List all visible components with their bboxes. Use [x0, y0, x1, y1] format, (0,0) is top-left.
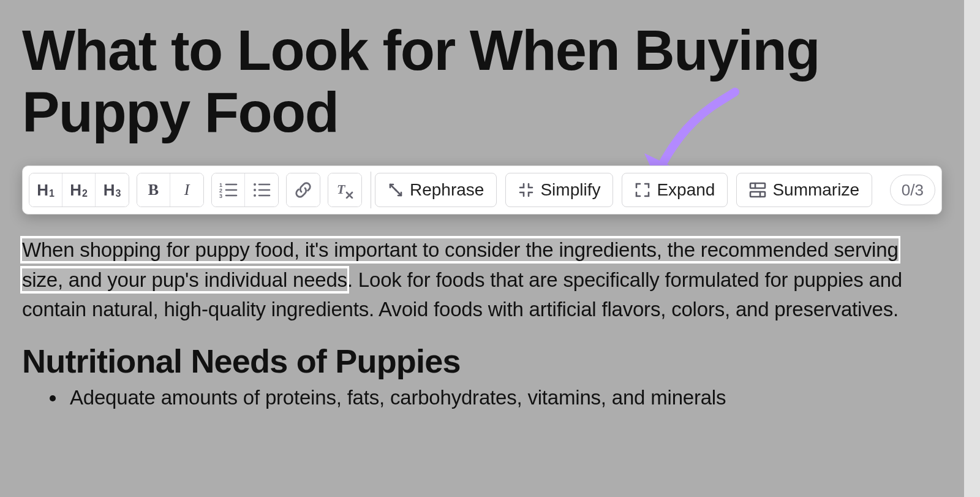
- svg-point-7: [254, 189, 256, 191]
- toolbar-divider: [371, 172, 371, 208]
- style-group: B I: [137, 173, 204, 207]
- italic-button[interactable]: I: [170, 173, 203, 207]
- clear-formatting-button[interactable]: T: [328, 173, 361, 207]
- h3-sub: 3: [115, 188, 121, 199]
- svg-rect-17: [750, 192, 765, 197]
- simplify-button[interactable]: Simplify: [505, 173, 613, 207]
- ordered-list-button[interactable]: 1 2 3: [212, 173, 245, 207]
- h1-sub: 1: [49, 188, 55, 199]
- unordered-list-button[interactable]: [245, 173, 278, 207]
- rephrase-icon: [388, 182, 404, 198]
- simplify-label: Simplify: [540, 180, 600, 200]
- list-item: Adequate amounts of proteins, fats, carb…: [66, 386, 958, 409]
- bullet-list: Adequate amounts of proteins, fats, carb…: [22, 386, 958, 409]
- bold-button[interactable]: B: [137, 173, 170, 207]
- list-group: 1 2 3: [211, 173, 279, 207]
- expand-icon: [635, 182, 650, 198]
- summarize-icon: [749, 182, 766, 198]
- h2-label: H: [70, 181, 81, 200]
- svg-text:3: 3: [219, 193, 222, 198]
- subheading: Nutritional Needs of Puppies: [22, 342, 958, 380]
- expand-button[interactable]: Expand: [622, 173, 728, 207]
- svg-text:T: T: [337, 181, 346, 197]
- clear-formatting-icon: T: [336, 181, 354, 199]
- h3-label: H: [104, 181, 115, 200]
- expand-label: Expand: [657, 180, 715, 200]
- heading-group: H1 H2 H3: [29, 173, 129, 207]
- summarize-button[interactable]: Summarize: [736, 173, 872, 207]
- body-paragraph[interactable]: When shopping for puppy food, it's impor…: [22, 235, 942, 325]
- link-icon: [294, 181, 312, 199]
- ordered-list-icon: 1 2 3: [219, 182, 238, 198]
- editor-page: What to Look for When Buying Puppy Food …: [0, 0, 980, 497]
- rephrase-label: Rephrase: [410, 180, 484, 200]
- formatting-toolbar: H1 H2 H3 B I 1 2 3: [22, 165, 942, 214]
- heading-3-button[interactable]: H3: [96, 173, 129, 207]
- heading-2-button[interactable]: H2: [62, 173, 96, 207]
- svg-point-6: [254, 183, 256, 186]
- unordered-list-icon: [252, 182, 271, 198]
- usage-counter: 0/3: [890, 175, 935, 205]
- page-title: What to Look for When Buying Puppy Food: [22, 20, 958, 143]
- scrollbar[interactable]: [964, 0, 980, 497]
- svg-rect-15: [750, 183, 765, 188]
- clear-group: T: [328, 173, 362, 207]
- link-group: [286, 173, 320, 207]
- link-button[interactable]: [287, 173, 320, 207]
- simplify-icon: [518, 182, 534, 198]
- svg-point-8: [254, 194, 256, 197]
- heading-1-button[interactable]: H1: [29, 173, 62, 207]
- h2-sub: 2: [82, 188, 88, 199]
- h1-label: H: [37, 181, 48, 200]
- rephrase-button[interactable]: Rephrase: [375, 173, 497, 207]
- summarize-label: Summarize: [772, 180, 859, 200]
